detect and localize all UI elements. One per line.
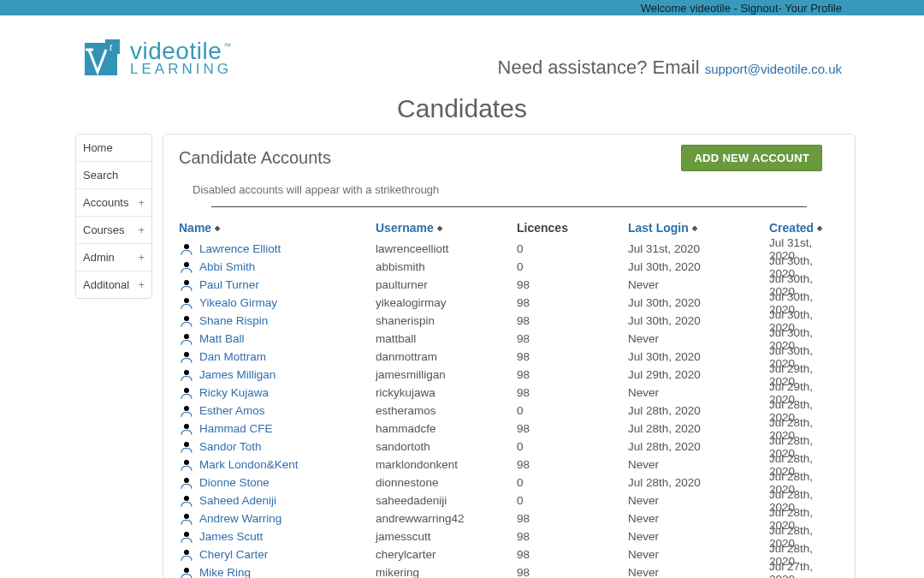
candidate-name-link[interactable]: Dan Mottram (199, 350, 266, 363)
person-icon (179, 385, 194, 401)
svg-point-14 (184, 424, 189, 429)
brand-line1: videotile (130, 38, 222, 64)
col-header-created[interactable]: Created ◆ (769, 221, 822, 235)
cell-licences: 98 (517, 458, 628, 471)
candidate-name-link[interactable]: Paul Turner (199, 278, 259, 291)
cell-name: Cheryl Carter (179, 547, 376, 563)
cell-licences: 0 (517, 242, 628, 255)
candidate-name-link[interactable]: Hammad CFE (199, 422, 273, 435)
table-row: Mike Ringmikering98NeverJul 27th, 2020 (179, 563, 822, 578)
svg-rect-1 (105, 39, 120, 54)
person-icon (179, 313, 194, 329)
candidate-name-link[interactable]: Esther Amos (199, 404, 265, 417)
sidebar-item-accounts[interactable]: Accounts+ (76, 189, 151, 217)
candidate-name-link[interactable]: Cheryl Carter (199, 548, 268, 561)
person-icon (179, 349, 194, 365)
col-header-last-login-label: Last Login (628, 221, 689, 235)
candidate-name-link[interactable]: Sandor Toth (199, 440, 262, 453)
col-header-name[interactable]: Name ◆ (179, 221, 376, 235)
cell-licences: 0 (517, 494, 628, 507)
cell-username: yikealogirmay (376, 296, 517, 309)
candidate-name-link[interactable]: Abbi Smith (199, 260, 255, 273)
add-new-account-button[interactable]: ADD NEW ACCOUNT (681, 145, 822, 171)
welcome-username: videotile (690, 2, 731, 15)
col-header-licences: Licences (517, 221, 628, 235)
support-email-link[interactable]: support@videotile.co.uk (705, 62, 842, 76)
svg-point-8 (184, 316, 189, 321)
cell-username: estheramos (376, 404, 517, 417)
col-header-last-login[interactable]: Last Login ◆ (628, 221, 769, 235)
logo[interactable]: t videotile™ LEARNING (82, 38, 232, 79)
cell-created: Jul 27th, 2020 (769, 560, 822, 579)
person-icon (179, 277, 194, 293)
sidebar-item-courses[interactable]: Courses+ (76, 217, 151, 244)
col-header-username[interactable]: Username ◆ (376, 221, 517, 235)
cell-name: Mark London&Kent (179, 457, 376, 473)
candidate-name-link[interactable]: Mark London&Kent (199, 458, 299, 471)
your-profile-link[interactable]: Your Profile (785, 2, 842, 15)
table-row: Saheed Adenijisaheedadeniji0NeverJul 28t… (179, 492, 822, 509)
candidate-name-link[interactable]: Andrew Warring (199, 512, 281, 525)
cell-username: saheedadeniji (376, 494, 517, 507)
person-icon (179, 367, 194, 383)
person-icon (179, 421, 194, 437)
candidate-name-link[interactable]: Mike Ring (199, 566, 251, 578)
candidate-name-link[interactable]: James Scutt (199, 530, 263, 543)
candidate-name-link[interactable]: Matt Ball (199, 332, 245, 345)
table-body: Lawrence Elliottlawrenceelliott0Jul 31st… (179, 240, 822, 578)
top-bar-greeting: Welcome videotile - Signout- Your Profil… (641, 2, 842, 15)
person-icon (179, 547, 194, 563)
cell-username: dionnestone (376, 476, 517, 489)
candidate-name-link[interactable]: Shane Rispin (199, 314, 268, 327)
candidates-table: Name ◆ Username ◆ Licences Last Login ◆ … (179, 221, 822, 578)
panel-title: Candidate Accounts (179, 148, 331, 168)
cell-username: hammadcfe (376, 422, 517, 435)
cell-licences: 98 (517, 350, 628, 363)
sidebar-item-admin[interactable]: Admin+ (76, 244, 151, 271)
person-icon (179, 493, 194, 509)
table-row: Shane Rispinshanerispin98Jul 30th, 2020J… (179, 312, 822, 330)
candidate-name-link[interactable]: Lawrence Elliott (199, 242, 281, 255)
signout-link[interactable]: Signout (740, 2, 778, 15)
person-icon (179, 529, 194, 545)
svg-point-6 (184, 280, 189, 285)
table-row: Yikealo Girmayyikealogirmay98Jul 30th, 2… (179, 294, 822, 312)
logo-mark-icon: t (82, 38, 123, 79)
table-row: Dan Mottramdanmottram98Jul 30th, 2020Jul… (179, 348, 822, 366)
brand-line2: LEARNING (130, 63, 232, 76)
sidebar-item-additonal[interactable]: Additonal+ (76, 271, 151, 298)
cell-name: Dionne Stone (179, 475, 376, 491)
separator (211, 206, 807, 207)
cell-last-login: Jul 30th, 2020 (628, 314, 769, 327)
cell-username: danmottram (376, 350, 517, 363)
sidebar-item-search[interactable]: Search (76, 162, 151, 189)
cell-last-login: Never (628, 458, 769, 471)
table-row: Lawrence Elliottlawrenceelliott0Jul 31st… (179, 240, 822, 258)
candidate-name-link[interactable]: Dionne Stone (199, 476, 270, 489)
candidate-name-link[interactable]: James Milligan (199, 368, 275, 381)
sidebar-item-label: Search (83, 169, 118, 182)
cell-last-login: Never (628, 530, 769, 543)
sidebar-item-label: Accounts (83, 196, 128, 209)
cell-licences: 98 (517, 278, 628, 291)
cell-last-login: Jul 28th, 2020 (628, 476, 769, 489)
person-icon (179, 565, 194, 579)
cell-licences: 0 (517, 476, 628, 489)
cell-licences: 98 (517, 566, 628, 578)
candidate-name-link[interactable]: Saheed Adeniji (199, 494, 276, 507)
person-icon (179, 331, 194, 347)
cell-name: Sandor Toth (179, 439, 376, 455)
cell-username: jamesscutt (376, 530, 517, 543)
svg-point-12 (184, 388, 189, 393)
sidebar-item-home[interactable]: Home (76, 134, 151, 162)
sidebar-item-label: Additonal (83, 278, 129, 291)
cell-username: mikering (376, 566, 517, 578)
person-icon (179, 403, 194, 419)
cell-licences: 98 (517, 296, 628, 309)
candidate-name-link[interactable]: Ricky Kujawa (199, 386, 269, 399)
table-row: Paul Turnerpaulturner98NeverJul 30th, 20… (179, 276, 822, 294)
cell-name: Abbi Smith (179, 259, 376, 275)
person-icon (179, 259, 194, 275)
candidate-name-link[interactable]: Yikealo Girmay (199, 296, 277, 309)
sort-icon: ◆ (692, 224, 697, 232)
